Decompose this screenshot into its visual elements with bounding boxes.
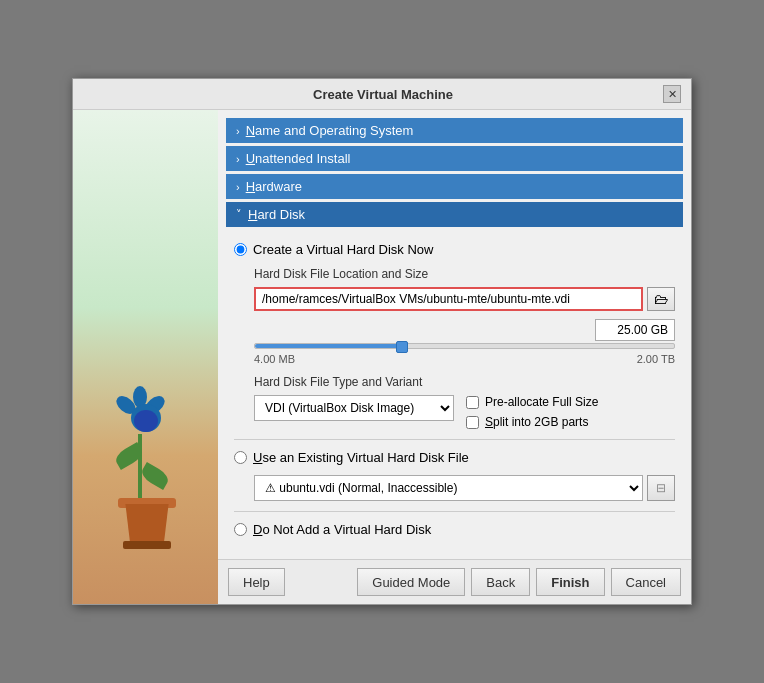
create-disk-radio[interactable] <box>234 243 247 256</box>
separator-2 <box>234 511 675 512</box>
no-disk-radio[interactable] <box>234 523 247 536</box>
flower-pot <box>123 504 171 544</box>
dialog-body: › Name and Operating System › Unattended… <box>73 110 691 604</box>
use-existing-label[interactable]: Use an Existing Virtual Hard Disk File <box>253 450 469 465</box>
slider-thumb[interactable] <box>396 341 408 353</box>
step-chevron-2: › <box>236 153 240 165</box>
existing-radio-row: Use an Existing Virtual Hard Disk File <box>234 450 675 465</box>
dialog-title: Create Virtual Machine <box>103 87 663 102</box>
step-chevron-1: › <box>236 125 240 137</box>
flower-center-inner <box>134 410 158 432</box>
disk-type-select[interactable]: VDI (VirtualBox Disk Image) VHD VMDK <box>254 395 454 421</box>
file-path-input[interactable] <box>254 287 643 311</box>
pre-allocate-checkbox[interactable] <box>466 396 479 409</box>
slider-container <box>254 343 675 349</box>
cancel-button[interactable]: Cancel <box>611 568 681 596</box>
split-row: Split into 2GB parts <box>466 415 598 429</box>
file-row: 🗁 <box>254 287 675 311</box>
create-disk-label[interactable]: Create a Virtual Hard Disk Now <box>253 242 433 257</box>
flower-leaf-right <box>139 462 171 490</box>
split-2gb-checkbox[interactable] <box>466 416 479 429</box>
content-area: Create a Virtual Hard Disk Now Hard Disk… <box>218 230 691 559</box>
finish-button[interactable]: Finish <box>536 568 604 596</box>
steps-area: › Name and Operating System › Unattended… <box>218 110 691 230</box>
sidebar-art-panel <box>73 110 218 604</box>
step-hardware[interactable]: › Hardware <box>226 174 683 199</box>
type-label: Hard Disk File Type and Variant <box>254 375 675 389</box>
slider-fill <box>255 344 402 348</box>
size-max-label: 2.00 TB <box>637 353 675 365</box>
decorative-art <box>73 110 218 604</box>
type-section: Hard Disk File Type and Variant VDI (Vir… <box>254 375 675 429</box>
step-hard-disk[interactable]: ˅ Hard Disk <box>226 202 683 227</box>
file-location-section: Hard Disk File Location and Size 🗁 <box>254 267 675 429</box>
slider-track[interactable] <box>254 343 675 349</box>
help-button[interactable]: Help <box>228 568 285 596</box>
close-button[interactable]: ✕ <box>663 85 681 103</box>
no-disk-label[interactable]: Do Not Add a Virtual Hard Disk <box>253 522 431 537</box>
title-bar: Create Virtual Machine ✕ <box>73 79 691 110</box>
right-buttons: Guided Mode Back Finish Cancel <box>357 568 681 596</box>
step-unattended[interactable]: › Unattended Install <box>226 146 683 171</box>
button-bar: Help Guided Mode Back Finish Cancel <box>218 559 691 604</box>
file-location-label: Hard Disk File Location and Size <box>254 267 675 281</box>
folder-icon: 🗁 <box>654 291 668 307</box>
variant-checkboxes: Pre-allocate Full Size Split into 2GB pa… <box>466 395 598 429</box>
step-label-1: Name and Operating System <box>246 123 414 138</box>
step-label-2: Unattended Install <box>246 151 351 166</box>
pot-base <box>123 541 171 549</box>
step-name-os[interactable]: › Name and Operating System <box>226 118 683 143</box>
create-vm-dialog: Create Virtual Machine ✕ <box>72 78 692 605</box>
main-content: › Name and Operating System › Unattended… <box>218 110 691 604</box>
disk-browse-icon: ⊟ <box>656 481 666 495</box>
no-disk-radio-row: Do Not Add a Virtual Hard Disk <box>234 522 675 537</box>
existing-disk-select[interactable]: ⚠ ubuntu.vdi (Normal, Inaccessible) <box>254 475 643 501</box>
browse-file-button[interactable]: 🗁 <box>647 287 675 311</box>
split-2gb-label[interactable]: Split into 2GB parts <box>485 415 588 429</box>
guided-mode-button[interactable]: Guided Mode <box>357 568 465 596</box>
size-labels: 4.00 MB 2.00 TB <box>254 353 675 365</box>
size-min-label: 4.00 MB <box>254 353 295 365</box>
pre-allocate-label[interactable]: Pre-allocate Full Size <box>485 395 598 409</box>
existing-disk-browse-button[interactable]: ⊟ <box>647 475 675 501</box>
use-existing-radio[interactable] <box>234 451 247 464</box>
pre-allocate-row: Pre-allocate Full Size <box>466 395 598 409</box>
step-chevron-4: ˅ <box>236 208 242 221</box>
size-row <box>254 319 675 341</box>
separator-1 <box>234 439 675 440</box>
type-row: VDI (VirtualBox Disk Image) VHD VMDK Pre… <box>254 395 675 429</box>
back-button[interactable]: Back <box>471 568 530 596</box>
step-chevron-3: › <box>236 181 240 193</box>
create-disk-radio-row: Create a Virtual Hard Disk Now <box>234 242 675 257</box>
step-label-3: Hardware <box>246 179 302 194</box>
existing-disk-row: ⚠ ubuntu.vdi (Normal, Inaccessible) ⊟ <box>254 475 675 501</box>
step-label-4: Hard Disk <box>248 207 305 222</box>
size-value-input[interactable] <box>595 319 675 341</box>
use-existing-section: Use an Existing Virtual Hard Disk File ⚠… <box>234 450 675 501</box>
